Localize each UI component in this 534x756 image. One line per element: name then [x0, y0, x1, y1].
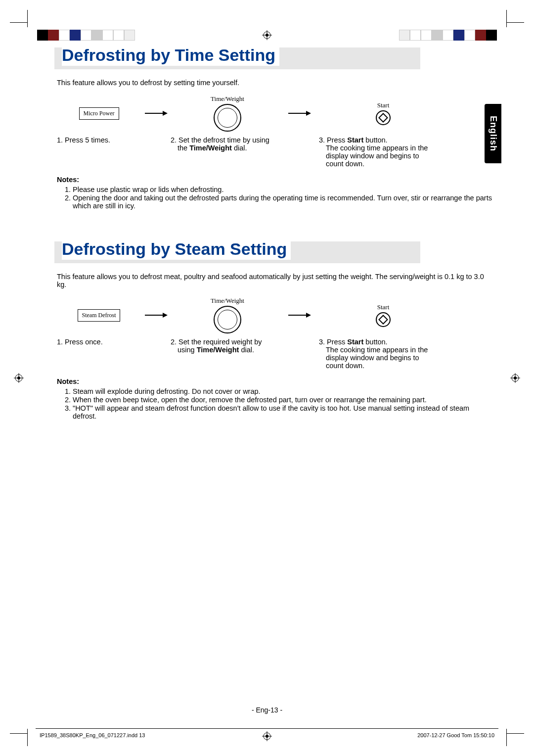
time-weight-dial-icon	[214, 306, 241, 333]
footer-file: IP1589_38S80KP_Eng_06_071227.indd 13	[40, 732, 145, 738]
step1-text: 1. Press once.	[57, 338, 103, 346]
start-button-icon	[373, 107, 394, 128]
svg-marker-19	[306, 111, 311, 116]
step3-text: 3. Press Start button. The cooking time …	[319, 338, 433, 370]
colorbar-left	[37, 30, 135, 41]
note-item: Please use plastic wrap or lids when def…	[73, 186, 494, 193]
footer-date: 2007-12-27 Good Tom 15:50:10	[417, 732, 494, 738]
section2-intro: This feature allows you to defrost meat,…	[57, 273, 494, 288]
footer-divider	[36, 728, 498, 729]
step2-text: 2. Set the required weight by using Time…	[171, 338, 262, 354]
registration-mark-icon	[14, 373, 24, 383]
note-item: When the oven beep twice, open the door,…	[73, 396, 494, 404]
step1-text: 1. Press 5 times.	[57, 136, 110, 144]
step2-text: 2. Set the defrost time by using the Tim…	[171, 136, 269, 152]
registration-mark-icon	[262, 731, 272, 741]
note-item: Steam will explode during defrosting. Do…	[73, 387, 494, 395]
note-item: "HOT" will appear and steam defrost func…	[73, 404, 494, 420]
svg-marker-21	[163, 313, 168, 318]
registration-mark-icon	[262, 30, 272, 40]
svg-marker-23	[306, 313, 311, 318]
micro-power-button-icon: Micro Power	[79, 107, 119, 120]
section1-intro: This feature allows you to defrost by se…	[57, 79, 494, 87]
arrow-right-icon	[141, 295, 171, 335]
start-label: Start	[376, 303, 391, 311]
steam-defrost-button-icon: Steam Defrost	[78, 309, 121, 322]
section1-title: Defrosting by Time Setting	[62, 45, 279, 66]
registration-mark-icon	[510, 373, 520, 383]
notes-heading: Notes:	[57, 176, 494, 184]
start-label: Start	[376, 101, 391, 109]
section2-title: Defrosting by Steam Setting	[62, 238, 291, 260]
colorbar-right	[399, 30, 497, 41]
notes-heading: Notes:	[57, 378, 494, 385]
arrow-right-icon	[284, 94, 314, 133]
step3-text: 3. Press Start button. The cooking time …	[319, 136, 433, 168]
svg-marker-17	[163, 111, 168, 116]
dial-label: Time/Weight	[211, 297, 244, 305]
page-number: - Eng-13 -	[252, 706, 282, 714]
dial-label: Time/Weight	[211, 95, 244, 103]
arrow-right-icon	[284, 295, 314, 335]
start-button-icon	[373, 309, 394, 330]
arrow-right-icon	[141, 94, 171, 133]
time-weight-dial-icon	[214, 104, 241, 132]
note-item: Opening the door and taking out the defr…	[73, 194, 494, 210]
